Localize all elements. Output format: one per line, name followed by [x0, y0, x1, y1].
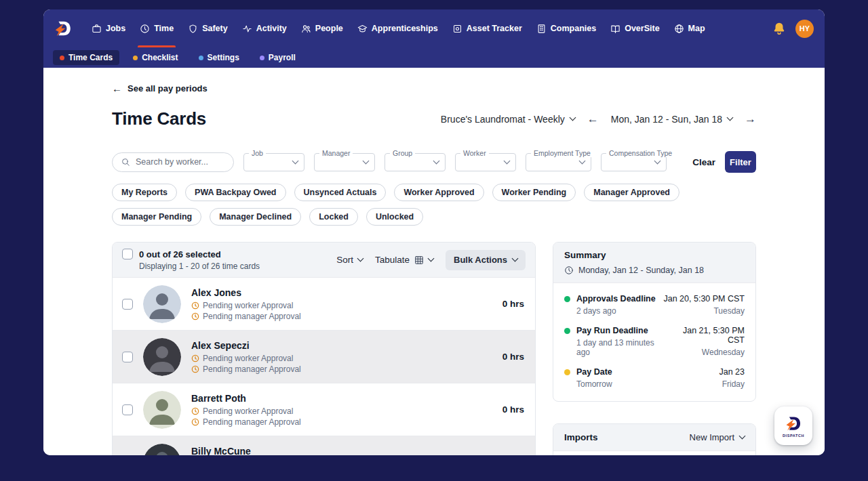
row-checkbox[interactable] — [122, 299, 133, 310]
date-range-selector[interactable]: Mon, Jan 12 - Sun, Jan 18 — [611, 114, 732, 125]
next-week-button[interactable]: → — [745, 113, 756, 125]
summary-item-title: Approvals Deadline — [576, 294, 656, 304]
chip-worker-pending[interactable]: Worker Pending — [492, 184, 576, 201]
clear-filters-button[interactable]: Clear — [692, 157, 715, 167]
chip-manager-declined[interactable]: Manager Declined — [210, 208, 301, 226]
dispatch-logo[interactable] — [52, 17, 75, 40]
nav-item-map[interactable]: Map — [668, 9, 711, 47]
row-checkbox[interactable] — [122, 404, 133, 415]
back-link-label: See all pay periods — [127, 83, 208, 93]
summary-title: Summary — [564, 250, 745, 260]
nav-item-activity[interactable]: Activity — [236, 9, 293, 47]
dispatch-floating-button[interactable]: DISPATCH — [774, 406, 812, 445]
summary-period: Monday, Jan 12 - Sunday, Jan 18 — [564, 266, 745, 275]
time-card-row[interactable]: Barrett Poth Pending worker Approval Pen… — [113, 383, 535, 436]
summary-item-day: Wednesday — [667, 348, 745, 357]
job-select[interactable]: Job — [243, 153, 304, 171]
worker-avatar — [143, 444, 181, 456]
summary-item-subtitle: 1 day and 13 minutes ago — [576, 338, 667, 357]
subnav-item-payroll[interactable]: Payroll — [253, 50, 302, 65]
graduation-cap-icon — [357, 24, 368, 34]
worker-select[interactable]: Worker — [455, 153, 516, 171]
back-to-pay-periods-link[interactable]: ← See all pay periods — [112, 83, 208, 93]
pending-clock-icon — [191, 301, 199, 310]
status-label: Pending worker Approval — [203, 406, 293, 416]
nav-item-people[interactable]: People — [295, 9, 349, 47]
nav-item-apprenticeships[interactable]: Apprenticeships — [351, 9, 444, 47]
imports-header: Imports New Import — [553, 424, 755, 451]
sort-label: Sort — [336, 255, 353, 265]
green-dot-icon — [564, 328, 570, 334]
time-card-row[interactable]: Billy McCune Pending worker Approval Pen… — [113, 436, 535, 455]
group-select[interactable]: Group — [384, 153, 446, 171]
subnav-item-label: Settings — [208, 53, 239, 62]
tabulate-control[interactable]: Tabulate — [375, 255, 433, 265]
chip-manager-pending[interactable]: Manager Pending — [112, 208, 201, 226]
chip-manager-approved[interactable]: Manager Approved — [584, 184, 679, 201]
nav-item-companies[interactable]: Companies — [530, 9, 602, 47]
previous-week-button[interactable]: ← — [587, 113, 599, 125]
subnav-item-settings[interactable]: Settings — [192, 50, 246, 65]
worker-search-box — [112, 152, 234, 172]
manager-select[interactable]: Manager — [314, 153, 375, 171]
pay-period-group-selector[interactable]: Bruce's Laundromat - Weekly — [441, 114, 575, 125]
nav-item-jobs[interactable]: Jobs — [85, 9, 132, 47]
worker-name: Billy McCune — [191, 446, 492, 456]
select-all-checkbox[interactable] — [122, 249, 133, 259]
summary-item-day: Friday — [719, 379, 745, 389]
time-card-row[interactable]: Alex Sepeczi Pending worker Approval Pen… — [113, 330, 535, 383]
status-label: Pending worker Approval — [203, 301, 293, 310]
worker-name: Alex Sepeczi — [191, 340, 492, 351]
sort-control[interactable]: Sort — [336, 255, 363, 265]
subnav-item-label: Time Cards — [68, 53, 113, 62]
chip-worker-approved[interactable]: Worker Approved — [394, 184, 484, 201]
worker-name: Barrett Poth — [191, 393, 492, 404]
content-columns: 0 out of 26 selected Displaying 1 - 20 o… — [112, 242, 756, 455]
compensation-type-select[interactable]: Compensation Type — [601, 153, 667, 171]
chevron-down-icon — [654, 157, 661, 164]
chip-my-reports[interactable]: My Reports — [112, 184, 177, 201]
selected-count-label: 0 out of 26 selected — [139, 249, 221, 259]
sub-navbar: Time Cards Checklist Settings Payroll — [43, 47, 825, 68]
chip-pwa-backpay-owed[interactable]: PWA Backpay Owed — [185, 184, 285, 201]
app-window: Jobs Time Safety Activity People — [43, 9, 825, 455]
chevron-down-icon — [579, 157, 586, 164]
nav-item-label: Safety — [202, 24, 228, 33]
main-content: ← See all pay periods Time Cards Bruce's… — [43, 68, 825, 455]
employment-type-select[interactable]: Employment Type — [526, 153, 591, 171]
select-label: Manager — [319, 149, 353, 157]
nav-item-safety[interactable]: Safety — [182, 9, 234, 47]
blue-dot-icon — [199, 56, 203, 60]
worker-name: Alex Jones — [191, 287, 492, 298]
nav-item-time[interactable]: Time — [134, 9, 180, 47]
nav-item-asset-tracker[interactable]: Asset Tracker — [446, 9, 528, 47]
summary-item-subtitle: Tomorrow — [576, 379, 612, 389]
bulk-actions-button[interactable]: Bulk Actions — [446, 250, 526, 270]
worker-hours: 0 hrs — [502, 299, 526, 309]
red-dot-icon — [60, 56, 64, 60]
book-icon — [610, 24, 620, 34]
row-checkbox[interactable] — [122, 352, 133, 362]
chevron-down-icon — [569, 114, 576, 121]
subnav-item-checklist[interactable]: Checklist — [126, 50, 184, 65]
time-card-row[interactable]: Alex Jones Pending worker Approval Pendi… — [113, 277, 535, 330]
subnav-item-time-cards[interactable]: Time Cards — [53, 50, 119, 65]
chip-locked[interactable]: Locked — [309, 208, 358, 226]
status-label: Pending manager Approval — [203, 364, 301, 374]
chip-unlocked[interactable]: Unlocked — [366, 208, 423, 226]
nav-item-label: OverSite — [625, 24, 659, 33]
summary-item-title: Pay Date — [576, 367, 612, 377]
user-avatar[interactable]: HY — [795, 20, 814, 38]
briefcase-icon — [92, 24, 102, 34]
filter-button[interactable]: Filter — [725, 151, 756, 173]
new-import-button[interactable]: New Import — [690, 432, 745, 442]
globe-icon — [674, 24, 684, 34]
nav-item-oversite[interactable]: OverSite — [604, 9, 665, 47]
chip-unsynced-actuals[interactable]: Unsynced Actuals — [294, 184, 387, 201]
worker-avatar — [143, 285, 181, 323]
search-input[interactable] — [136, 157, 225, 167]
right-column: Summary Monday, Jan 12 - Sunday, Jan 18 … — [553, 242, 756, 455]
notifications-bell-icon[interactable] — [772, 21, 787, 36]
shield-icon — [188, 24, 198, 34]
list-header-controls: Sort Tabulate Bulk Actions — [336, 250, 526, 270]
